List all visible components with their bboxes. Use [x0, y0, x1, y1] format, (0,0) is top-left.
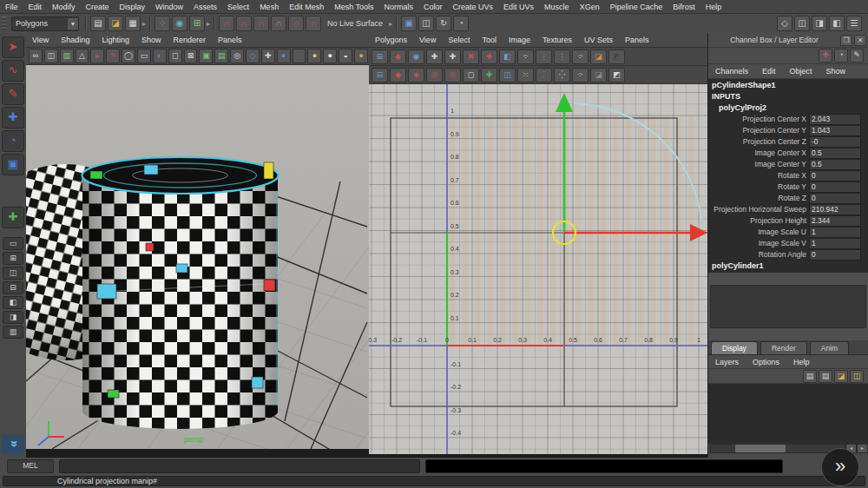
make-live-icon[interactable]: ∩ [306, 16, 321, 31]
menu-item[interactable]: Color [418, 3, 448, 11]
snap-to-point-icon[interactable]: ∩ [253, 16, 269, 31]
uv-snapshot-icon[interactable]: ◪ [590, 49, 607, 64]
sidebar-channel-box-icon[interactable]: ☰ [846, 16, 862, 31]
viewport-select-camera-icon[interactable]: ∞ [29, 49, 43, 63]
select-by-hierarchy-icon[interactable]: ⁘ [155, 16, 170, 31]
channel-label[interactable]: Projection Center X [708, 114, 809, 125]
close-icon[interactable]: ✕ [854, 35, 866, 46]
construction-history-icon[interactable]: ↻ [436, 16, 451, 31]
viewport-lock-camera-icon[interactable]: ◫ [44, 49, 58, 63]
viewport-isolate-select-icon[interactable]: ◒ [339, 49, 352, 63]
uv-paste-icon[interactable]: ⁙ [517, 68, 534, 82]
uv-isolate-icon[interactable]: ◪ [590, 68, 607, 82]
menu-item[interactable]: Edit Mesh [284, 3, 329, 11]
viewport-key-light-icon[interactable]: ● [307, 49, 321, 63]
channel-label[interactable]: Projection Center Y [708, 125, 809, 136]
viewport-paint-icon[interactable]: ✎ [106, 49, 120, 63]
file-open-icon[interactable]: ◪ [108, 16, 123, 31]
snap-to-view-plane-icon[interactable]: ∩ [288, 16, 304, 31]
manipulator-axis-icon[interactable]: ✚ [819, 49, 832, 63]
perspective-viewport[interactable]: persp [26, 65, 369, 449]
channel-label[interactable]: Projection Height [708, 215, 809, 227]
last-tool-icon[interactable]: ✚ [2, 207, 24, 228]
menu-item[interactable]: Create UVs [448, 3, 499, 11]
channel-value-field[interactable]: 0 [809, 181, 861, 193]
uv-display-image-icon[interactable]: ◩ [608, 68, 625, 82]
menu-item[interactable]: XGen [575, 3, 605, 11]
layer-editor-menu-item[interactable]: Help [786, 358, 817, 366]
rotate-tool-icon[interactable]: ◔ [2, 130, 24, 152]
uv-editor-menu-item[interactable]: Panels [619, 36, 655, 44]
viewport-menu-item[interactable]: Panels [212, 36, 248, 44]
select-tool-icon[interactable]: ➤ [2, 36, 24, 58]
channel-value-field[interactable]: 0.5 [809, 159, 861, 170]
channel-label[interactable]: Image Scale V [708, 238, 809, 249]
uv-relax-icon[interactable]: ◻ [463, 68, 479, 82]
move-tool-icon[interactable]: ✚ [2, 107, 24, 129]
uv-move-icon[interactable]: ⊞ [372, 49, 388, 64]
channel-value-field[interactable]: 0 [809, 249, 861, 260]
uv-select-face-icon[interactable]: ◈ [408, 68, 424, 82]
layer-editor-menu-item[interactable]: Layers [708, 358, 746, 366]
slider-mode-icon[interactable]: ✎ [850, 49, 864, 63]
menu-item[interactable]: Mesh [254, 3, 284, 11]
channel-label[interactable]: Image Scale U [708, 227, 809, 238]
menu-item[interactable]: Create [81, 3, 115, 11]
uv-editor-menu-item[interactable]: Tool [476, 36, 503, 44]
channel-value-field[interactable]: 0 [809, 193, 861, 204]
viewport-checker-ball-icon[interactable]: ◍ [293, 49, 306, 63]
viewport-default-material-icon[interactable]: ◇ [246, 49, 260, 63]
uv-flip-icon[interactable]: ◧ [499, 49, 516, 64]
viewport-menu-item[interactable]: Shading [55, 36, 95, 44]
uv-editor-menu-item[interactable]: Select [442, 36, 476, 44]
play-overlay-icon[interactable]: » [821, 448, 859, 486]
select-by-object-icon[interactable]: ◉ [172, 16, 187, 31]
snap-to-grid-icon[interactable]: ∩ [219, 16, 234, 31]
move-layer-up-icon[interactable]: ▤ [803, 370, 817, 383]
channel-value-field[interactable]: 1 [809, 238, 861, 249]
channel-value-field[interactable]: 1 [809, 227, 861, 238]
channel-label[interactable]: Rotate Y [708, 181, 809, 193]
layer-editor-tab[interactable]: Anim [810, 341, 849, 354]
viewport-wire-on-shaded-icon[interactable]: ◎ [230, 49, 244, 63]
group-collapse-icon[interactable]: ▸ [207, 20, 210, 28]
channel-label[interactable]: Image Center X [708, 148, 809, 159]
uv-select-edge-icon[interactable]: ◆ [390, 68, 406, 82]
viewport-exposure-icon[interactable]: ● [354, 49, 368, 63]
uv-align-right-icon[interactable]: ⋮ [554, 49, 570, 64]
channel-value-field[interactable]: 210.942 [809, 204, 861, 215]
input-node-name[interactable]: polyCylProj2 [708, 102, 868, 114]
uv-unfold-icon[interactable]: ◎ [444, 68, 461, 82]
channel-label[interactable]: Rotation Angle [708, 249, 809, 260]
layer-editor-tab[interactable]: Render [760, 341, 807, 354]
viewport-menu-item[interactable]: Show [135, 36, 168, 44]
channel-value-field[interactable]: 2.043 [809, 114, 861, 125]
uv-translate-icon[interactable]: ✚ [426, 49, 443, 64]
viewport-screen-space-ao-icon[interactable]: ✚ [261, 49, 275, 63]
channel-box-menu-item[interactable]: Show [819, 67, 853, 76]
scrollbar-track[interactable] [710, 444, 845, 453]
snap-to-curve-icon[interactable]: ∩ [236, 16, 252, 31]
channel-box-menu-item[interactable]: Object [783, 67, 819, 76]
uv-target-weld-icon[interactable]: ◎ [426, 68, 443, 82]
three-pane-left-layout-icon[interactable]: ◧ [3, 296, 23, 309]
layer-list[interactable] [708, 384, 868, 443]
two-pane-side-layout-icon[interactable]: ◫ [3, 267, 23, 280]
menu-item[interactable]: Select [222, 3, 254, 11]
channel-label[interactable]: Rotate X [708, 170, 809, 181]
lasso-tool-icon[interactable]: ∿ [2, 60, 24, 82]
uv-rotate-ccw-icon[interactable]: ⁘ [517, 49, 534, 64]
uv-checker-icon[interactable]: ◩ [608, 49, 625, 64]
menu-item[interactable]: Window [150, 3, 188, 11]
three-pane-right-layout-icon[interactable]: ◨ [3, 311, 23, 324]
menu-item[interactable]: Muscle [539, 3, 575, 11]
viewport-ball-icon[interactable]: ● [277, 49, 291, 63]
uv-pin-icon[interactable]: ✚ [444, 49, 461, 64]
viewport-image-plane-icon[interactable]: ▥ [60, 49, 74, 63]
float-window-icon[interactable]: ❐ [840, 35, 852, 46]
viewport-wireframe-icon[interactable]: ◯ [122, 49, 135, 63]
uv-editor-menu-item[interactable]: Polygons [369, 36, 413, 44]
select-by-component-icon[interactable]: ⊞ [189, 16, 205, 31]
speed-state-icon[interactable]: ◔ [834, 49, 848, 63]
command-language-toggle[interactable]: MEL [7, 459, 54, 473]
